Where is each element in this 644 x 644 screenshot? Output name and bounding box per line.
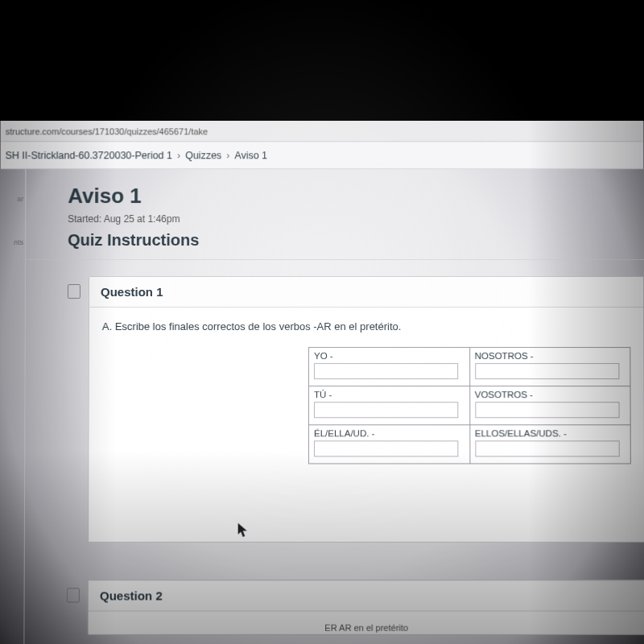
cell-label-nosotros: NOSOTROS -	[475, 351, 534, 361]
input-vosotros[interactable]	[475, 402, 619, 418]
nav-item[interactable]: nts	[0, 235, 25, 250]
url-text: structure.com/courses/171030/quizzes/465…	[6, 126, 208, 136]
cell-label-ellos: ELLOS/ELLAS/UDS. -	[475, 428, 567, 438]
question2-partial-text: ER AR en el pretérito	[324, 623, 408, 633]
question-header: Question 1	[89, 277, 643, 308]
breadcrumb-item[interactable]: Aviso 1	[234, 150, 267, 161]
input-tu[interactable]	[314, 402, 458, 418]
quiz-started-time: Started: Aug 25 at 1:46pm	[68, 213, 644, 225]
divider	[26, 259, 644, 260]
input-ellos[interactable]	[475, 440, 619, 456]
question-card: Question 2 ER AR en el pretérito	[88, 580, 644, 635]
question-card: Question 1 A. Escribe los finales correc…	[88, 276, 644, 543]
breadcrumb-section[interactable]: Quizzes	[185, 150, 221, 161]
conjugation-table: YO - NOSOTROS -	[308, 347, 631, 464]
breadcrumb-course[interactable]: SH II-Strickland-60.3720030-Period 1	[6, 150, 172, 161]
cell-label-vosotros: VOSOTROS -	[475, 390, 533, 399]
input-el[interactable]	[314, 440, 458, 456]
chevron-right-icon: ›	[177, 150, 180, 161]
flag-question-icon[interactable]	[68, 284, 80, 299]
input-nosotros[interactable]	[475, 363, 619, 379]
course-nav: ar nts	[0, 169, 26, 644]
quiz-instructions-heading: Quiz Instructions	[68, 231, 644, 250]
question-header: Question 2	[89, 580, 644, 611]
breadcrumb: SH II-Strickland-60.3720030-Period 1 › Q…	[1, 142, 644, 169]
flag-question-icon[interactable]	[67, 588, 80, 602]
cell-label-tu: TÚ -	[314, 390, 332, 399]
question-prompt: A. Escribe los finales correctos de los …	[102, 320, 630, 332]
cell-label-yo: YO -	[314, 351, 333, 361]
cell-label-el: ÉL/ELLA/UD. -	[314, 428, 375, 438]
nav-item[interactable]: ar	[0, 192, 25, 206]
url-bar: structure.com/courses/171030/quizzes/465…	[1, 121, 644, 142]
chevron-right-icon: ›	[226, 150, 229, 161]
quiz-title: Aviso 1	[68, 184, 643, 208]
input-yo[interactable]	[314, 363, 458, 379]
